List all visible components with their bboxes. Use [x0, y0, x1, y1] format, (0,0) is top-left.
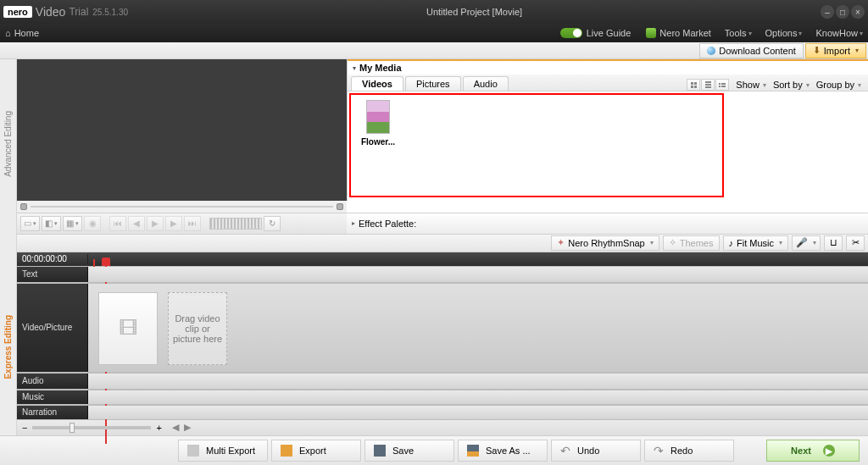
drop-zone[interactable]: Drag video clip or picture here: [168, 292, 227, 365]
themes-label: Themes: [680, 238, 714, 248]
sort-filter[interactable]: Sort by▾: [773, 80, 810, 90]
timeline-header: 00:00:00:00: [17, 252, 868, 266]
track-body-narration[interactable]: [88, 406, 868, 419]
save-label: Save: [392, 446, 414, 456]
view-mode-buttons: [687, 79, 729, 91]
track-body-audio[interactable]: [88, 374, 868, 389]
snapshot-button[interactable]: ◧▾: [42, 216, 61, 231]
redo-label: Redo: [670, 446, 693, 456]
shopping-bag-icon: [646, 28, 656, 38]
home-icon: ⌂: [5, 28, 11, 38]
brand-product: Video: [36, 5, 66, 19]
volume-meter[interactable]: [209, 218, 262, 230]
magnet-button[interactable]: ⊔: [824, 235, 843, 251]
express-editing-tab[interactable]: Express Editing: [0, 259, 16, 435]
prev-frame-button[interactable]: ⏮: [109, 216, 126, 231]
add-clip-button[interactable]: 🎞: [98, 292, 158, 365]
tools-menu[interactable]: Tools▾: [725, 28, 752, 38]
rhythmsnap-button[interactable]: ✦ Nero RhythmSnap ▾: [551, 235, 659, 251]
fit-music-button[interactable]: ♪ Fit Music ▾: [723, 235, 789, 251]
track-body-text[interactable]: [88, 267, 868, 282]
zoom-slider[interactable]: [32, 426, 151, 429]
multi-export-button[interactable]: Multi Export: [178, 440, 268, 462]
group-filter[interactable]: Group by▾: [816, 80, 861, 90]
themes-button[interactable]: ✧ Themes: [663, 235, 720, 251]
multi-export-label: Multi Export: [206, 446, 255, 456]
media-tabs-tools: Show▾ Sort by▾ Group by▾: [687, 79, 865, 91]
save-as-icon: [467, 445, 479, 457]
settings-button[interactable]: ▦▾: [63, 216, 82, 231]
home-button[interactable]: ⌂ Home: [5, 28, 39, 38]
toolbelt: ▭▾ ◧▾ ▦▾ ◉ ⏮ ◀ ▶ ▶ ⏭ ↻ ▸ Effect Palette:: [17, 213, 868, 234]
expand-icon: ▸: [352, 219, 355, 227]
scroll-left-icon[interactable]: ◀: [172, 422, 179, 433]
chevron-down-icon: ▾: [813, 239, 816, 246]
track-body-music[interactable]: [88, 390, 868, 404]
undo-button[interactable]: ↶ Undo: [551, 440, 641, 462]
zoom-in-icon[interactable]: +: [156, 423, 161, 433]
scroll-right-icon[interactable]: ▶: [184, 422, 191, 433]
mic-button[interactable]: 🎤▾: [792, 235, 821, 251]
playback-toolbar: ▭▾ ◧▾ ▦▾ ◉ ⏮ ◀ ▶ ▶ ⏭ ↻: [17, 213, 347, 234]
redo-button[interactable]: ↷ Redo: [644, 440, 734, 462]
brand-badge: nero: [3, 6, 32, 18]
step-fwd-button[interactable]: ▶: [165, 216, 182, 231]
brand-trial: Trial: [69, 6, 88, 18]
timeline-tools-row: ✦ Nero RhythmSnap ▾ ✧ Themes ♪ Fit Music…: [17, 235, 868, 252]
undo-icon: ↶: [560, 444, 570, 457]
market-label: Nero Market: [659, 28, 711, 38]
loop-button[interactable]: ↻: [264, 216, 281, 231]
track-label-vp: Video/Picture: [17, 284, 88, 372]
home-label: Home: [14, 28, 39, 38]
cut-button[interactable]: ✂: [846, 235, 865, 251]
view-detail-button[interactable]: [715, 79, 729, 91]
step-back-button[interactable]: ◀: [128, 216, 145, 231]
live-guide-toggle[interactable]: Live Guide: [560, 28, 632, 38]
themes-icon: ✧: [669, 237, 676, 248]
track-body-vp[interactable]: 🎞 Drag video clip or picture here: [88, 284, 868, 372]
save-as-label: Save As ...: [486, 446, 531, 456]
track-text: Text: [17, 266, 868, 283]
next-button[interactable]: Next ▶: [766, 440, 860, 462]
display-button[interactable]: ▭▾: [20, 216, 40, 231]
view-grid-button[interactable]: [687, 79, 700, 91]
effect-palette-header[interactable]: ▸ Effect Palette:: [347, 213, 868, 234]
project-title: Untitled Project [Movie]: [128, 7, 821, 17]
playhead-icon[interactable]: [102, 257, 110, 266]
camera-button[interactable]: ◉: [84, 216, 101, 231]
options-label: Options: [765, 28, 798, 38]
tab-audio[interactable]: Audio: [463, 76, 509, 91]
advanced-editing-tab[interactable]: Advanced Editing: [0, 59, 16, 229]
import-button[interactable]: ⬇ Import ▾: [805, 43, 866, 58]
zoom-out-icon[interactable]: −: [22, 423, 27, 433]
action-bar: Multi Export Export Save Save As ... ↶ U…: [0, 435, 868, 465]
left-rail: Advanced Editing Express Editing: [0, 59, 17, 435]
save-icon: [374, 445, 386, 457]
download-content-button[interactable]: Download Content: [699, 43, 804, 58]
nero-market-button[interactable]: Nero Market: [646, 28, 711, 38]
chevron-down-icon: ▾: [779, 239, 782, 246]
view-list-button[interactable]: [701, 79, 715, 91]
next-frame-button[interactable]: ⏭: [184, 216, 201, 231]
export-button[interactable]: Export: [271, 440, 361, 462]
close-button[interactable]: ×: [851, 5, 865, 19]
titlebar: nero Video Trial 25.5.1.30 Untitled Proj…: [0, 0, 868, 24]
save-button[interactable]: Save: [364, 440, 454, 462]
media-panel: ▾ My Media Videos Pictures Audio Show▾: [347, 59, 868, 201]
tab-videos[interactable]: Videos: [351, 76, 403, 91]
save-as-button[interactable]: Save As ...: [458, 440, 548, 462]
tab-pictures[interactable]: Pictures: [405, 76, 461, 91]
preview-scrubber[interactable]: [17, 201, 347, 213]
minimize-button[interactable]: –: [821, 5, 834, 19]
export-label: Export: [299, 446, 326, 456]
chevron-down-icon: ▾: [806, 81, 810, 89]
show-filter[interactable]: Show▾: [736, 80, 766, 90]
fit-music-label: Fit Music: [737, 238, 774, 248]
mic-icon: 🎤: [796, 237, 808, 248]
play-button[interactable]: ▶: [147, 216, 164, 231]
options-menu[interactable]: Options▾: [765, 28, 803, 38]
maximize-button[interactable]: □: [836, 5, 849, 19]
media-header[interactable]: ▾ My Media: [348, 59, 868, 75]
knowhow-menu[interactable]: KnowHow▾: [815, 28, 863, 38]
track-video-picture: Video/Picture 🎞 Drag video clip or pictu…: [17, 283, 868, 373]
